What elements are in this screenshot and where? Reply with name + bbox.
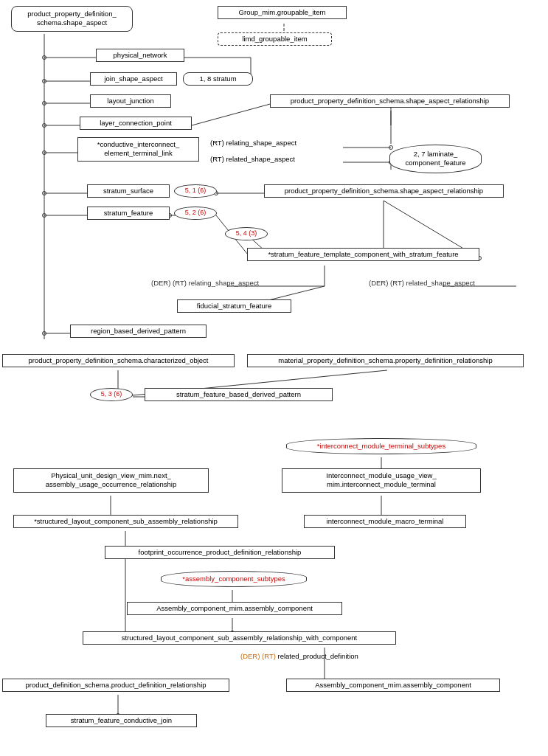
s52-box: 5, 2 (6) xyxy=(174,207,217,220)
svg-point-16 xyxy=(43,332,46,336)
s51-box: 5, 1 (6) xyxy=(174,184,217,198)
svg-line-24 xyxy=(192,103,273,125)
join-shape-aspect-box: join_shape_aspect xyxy=(90,72,177,86)
svg-point-14 xyxy=(43,214,46,218)
conductive-link-box: *conductive_interconnect_element_termina… xyxy=(77,137,199,162)
svg-point-10 xyxy=(43,151,46,155)
stratum-feature-based-box: stratum_feature_based_derived_pattern xyxy=(145,388,333,401)
laminate-comp-box: 2, 7 laminate_component_feature xyxy=(389,145,482,173)
svg-point-6 xyxy=(43,102,46,105)
structured-layout-box: *structured_layout_component_sub_assembl… xyxy=(13,515,238,528)
stratum-conductive-box: stratum_feature_conductive_join xyxy=(46,714,197,727)
rt-related-label: (RT) related_shape_aspect xyxy=(210,155,295,163)
svg-point-2 xyxy=(43,56,46,60)
der-rt-related-label: (DER) (RT) related_shape_aspect xyxy=(369,279,475,287)
structured-layout-with-comp-box: structured_layout_component_sub_assembly… xyxy=(83,631,396,645)
physical-network-box: physical_network xyxy=(96,49,184,62)
s543-box: 5, 4 (3) xyxy=(225,227,268,240)
fiducial-box: fiducial_stratum_feature xyxy=(177,299,291,313)
assembly-component-mim2-box: Assembly_component_mim.assembly_componen… xyxy=(286,679,500,692)
interconnect-module-usage-box: Interconnect_module_usage_view_mim.inter… xyxy=(282,468,481,493)
stratum-label-box: 1, 8 stratum xyxy=(183,72,253,86)
product-def-schema-box: product_definition_schema.product_defini… xyxy=(2,679,229,692)
stratum-surface-box: stratum_surface xyxy=(87,184,170,198)
char-obj-box: product_property_definition_schema.chara… xyxy=(2,354,235,367)
svg-point-4 xyxy=(43,80,46,83)
stratum-feature-template-box: *stratum_feature_template_component_with… xyxy=(247,248,479,261)
assembly-component-mim1-box: Assembly_component_mim.assembly_componen… xyxy=(127,602,342,615)
interconnect-terminal-subtypes-box: *interconnect_module_terminal_subtypes xyxy=(286,438,476,454)
der-rt-related2-label: (DER) (RT) related_product_definition xyxy=(240,652,358,660)
rt-relating-label: (RT) relating_shape_aspect xyxy=(210,139,296,147)
s536-box: 5, 3 (6) xyxy=(90,388,133,401)
physical-unit-design-box: Physical_unit_design_view_mim.next_assem… xyxy=(13,468,209,493)
der-rt-relating-label: (DER) (RT) relating_shape_aspect xyxy=(151,279,259,287)
stratum-feature-box: stratum_feature xyxy=(87,207,170,220)
shape-aspect-rel1-box: product_property_definition_schema.shape… xyxy=(270,94,510,108)
footprint-occ-box: footprint_occurrence_product_definition_… xyxy=(105,546,335,559)
group-mim-box: Group_mim.groupable_item xyxy=(218,6,347,19)
shape-aspect-rel2-box: product_property_definition_schema.shape… xyxy=(264,184,504,198)
assembly-subtypes-box: *assembly_component_subtypes xyxy=(161,571,307,587)
region-based-box: region_based_derived_pattern xyxy=(70,325,207,338)
interconnect-macro-box: interconnect_module_macro_terminal xyxy=(304,515,466,528)
diagram-container: product_property_definition_schema.shape… xyxy=(0,0,548,756)
svg-point-12 xyxy=(43,192,46,195)
limd-groupable-box: limd_groupable_item xyxy=(218,32,332,46)
svg-point-8 xyxy=(43,124,46,128)
material-prop-box: material_property_definition_schema.prop… xyxy=(247,354,524,367)
shape-aspect-box: product_property_definition_schema.shape… xyxy=(11,6,133,32)
svg-point-28 xyxy=(389,146,393,150)
layer-connection-point-box: layer_connection_point xyxy=(80,117,192,130)
layout-junction-box: layout_junction xyxy=(90,94,171,108)
